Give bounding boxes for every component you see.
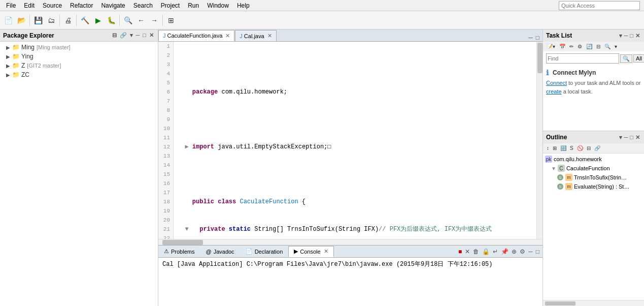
outline-link-icon[interactable]: 🔗 <box>593 144 602 152</box>
tab-declaration[interactable]: 📄 Declaration <box>240 246 289 257</box>
tab-console[interactable]: ▶ Console ✕ <box>288 246 333 257</box>
tab-close-cal[interactable]: ✕ <box>267 33 272 39</box>
editor-tab-cal[interactable]: J Cal.java ✕ <box>235 30 276 41</box>
tab-close-console[interactable]: ✕ <box>324 248 328 255</box>
tab-problems[interactable]: ⚠ Problems <box>158 246 200 257</box>
quick-access-input[interactable] <box>559 1 640 10</box>
edit-task-icon[interactable]: ✏ <box>568 43 575 50</box>
search-button[interactable]: 🔍 <box>122 14 134 26</box>
save-button[interactable]: 💾 <box>32 14 44 26</box>
menu-edit[interactable]: Edit <box>20 1 39 10</box>
stop-icon[interactable]: ■ <box>457 248 463 256</box>
outline-item-method-eval[interactable]: S m Evaluate(String) : St… <box>543 182 644 191</box>
find-input[interactable] <box>546 53 619 64</box>
outline-item-class[interactable]: ▼ C CaculateFunction <box>543 164 644 173</box>
task-settings-icon[interactable]: ⚙ <box>576 43 584 50</box>
build-button[interactable]: 🔨 <box>79 14 91 26</box>
tree-detail-ming: [Ming master] <box>37 44 71 50</box>
tree-item-ying[interactable]: ▶ 📁 Ying <box>0 52 158 61</box>
task-list-minimize-icon[interactable]: ─ <box>623 32 629 39</box>
collapse-all-icon[interactable]: ⊟ <box>111 32 118 39</box>
all-button[interactable]: All <box>633 54 644 63</box>
create-local-task-link[interactable]: create <box>546 88 562 95</box>
open-button[interactable]: 📂 <box>15 14 27 26</box>
tree-detail-z: [GIT2 master] <box>27 63 61 69</box>
menu-navigate[interactable]: Navigate <box>97 1 129 10</box>
panel-settings-icon[interactable]: ⚙ <box>519 248 526 256</box>
task-list-maximize-icon[interactable]: □ <box>629 32 634 39</box>
outline-method-trns-label: TrnsInToSufix(Strin… <box>574 174 627 180</box>
debug-button[interactable]: 🐛 <box>105 14 117 26</box>
outline-item-method-trns[interactable]: S m TrnsInToSufix(Strin… <box>543 173 644 182</box>
menu-run[interactable]: Run <box>184 1 203 10</box>
outline-collapse-icon[interactable]: ⊟ <box>585 144 592 152</box>
tree-item-z[interactable]: ▶ 📁 Z [GIT2 master] <box>0 61 158 70</box>
close-icon[interactable]: ✕ <box>148 32 155 39</box>
remove-launch-icon[interactable]: ✕ <box>464 248 471 256</box>
focus-on-workweek-icon[interactable]: 📅 <box>558 43 567 50</box>
code-content[interactable]: package com.qilu.homework; ▶ import java… <box>174 42 536 239</box>
maximize-icon[interactable]: □ <box>142 32 147 39</box>
menu-source[interactable]: Source <box>39 1 66 10</box>
editor-scrollbar[interactable] <box>536 42 543 239</box>
outline-menu-icon[interactable]: ▾ <box>618 134 623 141</box>
code-editor[interactable]: 1 2 3 4 5 6 7 8 9 10 11 12 13 14 <box>158 42 543 245</box>
right-panel: Task List ▾ ─ □ ✕ 📝▾ 📅 ✏ ⚙ 🔄 ⊟ 🔍 ▾ 🔍 All <box>543 29 644 306</box>
menu-help[interactable]: Help <box>233 1 254 10</box>
task-filter-icon[interactable]: 🔍 <box>603 43 612 50</box>
back-button[interactable]: ← <box>135 14 147 26</box>
new-task-icon[interactable]: 📝▾ <box>545 43 557 50</box>
minimize-icon[interactable]: ─ <box>135 32 141 39</box>
editor-tab-caculate[interactable]: J CaculateFunction.java ✕ <box>158 30 234 41</box>
print-button[interactable]: 🖨 <box>62 14 74 26</box>
menu-window[interactable]: Window <box>203 1 233 10</box>
maximize-editor-icon[interactable]: □ <box>535 34 540 41</box>
menu-file[interactable]: File <box>2 1 20 10</box>
menu-refactor[interactable]: Refactor <box>66 1 97 10</box>
save-all-button[interactable]: 🗂 <box>45 14 57 26</box>
task-list-menu-icon[interactable]: ▾ <box>618 32 623 40</box>
outline-toolbar: ↕ ⊞ 🔡 S 🚫 ⊟ 🔗 <box>543 143 644 154</box>
tab-javadoc[interactable]: @ Javadoc <box>200 246 240 257</box>
tree-item-ming[interactable]: ▶ 📁 Ming [Ming master] <box>0 43 158 52</box>
task-list-close-icon[interactable]: ✕ <box>634 32 641 40</box>
tree-item-zc[interactable]: ▶ 📁 ZC <box>0 70 158 79</box>
pin-icon[interactable]: 📌 <box>500 248 510 256</box>
open-console-icon[interactable]: ⊕ <box>511 248 518 256</box>
minimize-bottom-icon[interactable]: ─ <box>527 248 534 256</box>
forward-button[interactable]: → <box>148 14 160 26</box>
menu-search[interactable]: Search <box>129 1 157 10</box>
code-line-4: ▶ import java.util.EmptyStackException;□ <box>178 142 532 151</box>
outline-hide-static-icon[interactable]: S <box>568 144 575 152</box>
package-explorer-title: Package Explorer <box>3 32 111 39</box>
outline-close-icon[interactable]: ✕ <box>634 134 641 141</box>
connect-link[interactable]: Connect <box>546 80 567 86</box>
link-editor-icon[interactable]: 🔗 <box>119 32 128 39</box>
outline-hide-fields-icon[interactable]: 🔡 <box>559 144 568 152</box>
outline-item-package[interactable]: pk com.qilu.homework <box>543 155 644 164</box>
sync-icon[interactable]: 🔄 <box>585 43 594 50</box>
tab-close-caculate[interactable]: ✕ <box>225 33 230 39</box>
outline-maximize-icon[interactable]: □ <box>629 134 634 141</box>
collapse-task-icon[interactable]: ⊟ <box>595 43 602 50</box>
outline-minimize-icon[interactable]: ─ <box>623 134 629 141</box>
clear-console-icon[interactable]: 🗑 <box>472 248 480 256</box>
word-wrap-icon[interactable]: ↵ <box>492 248 499 256</box>
outline-group-icon[interactable]: ⊞ <box>551 144 558 152</box>
perspective-button[interactable]: ⊞ <box>165 14 177 26</box>
menu-project[interactable]: Project <box>157 1 184 10</box>
minimize-editor-icon[interactable]: ─ <box>527 34 534 41</box>
run-button[interactable]: ▶ <box>92 14 104 26</box>
maximize-bottom-icon[interactable]: □ <box>535 248 540 256</box>
find-button[interactable]: 🔍 <box>620 54 632 63</box>
outline-sort-icon[interactable]: ↕ <box>545 144 551 152</box>
view-menu-icon[interactable]: ▾ <box>129 32 134 39</box>
editor-horiz-scroll[interactable] <box>158 239 543 245</box>
outline-tree: pk com.qilu.homework ▼ C CaculateFunctio… <box>543 154 644 300</box>
code-line-5 <box>178 170 532 179</box>
new-button[interactable]: 📄 <box>2 14 14 26</box>
task-view-icon[interactable]: ▾ <box>613 43 619 50</box>
outline-horiz-scroll[interactable] <box>543 300 644 306</box>
outline-hide-nonpublic-icon[interactable]: 🚫 <box>575 144 585 152</box>
scroll-lock-icon[interactable]: 🔒 <box>481 248 491 256</box>
